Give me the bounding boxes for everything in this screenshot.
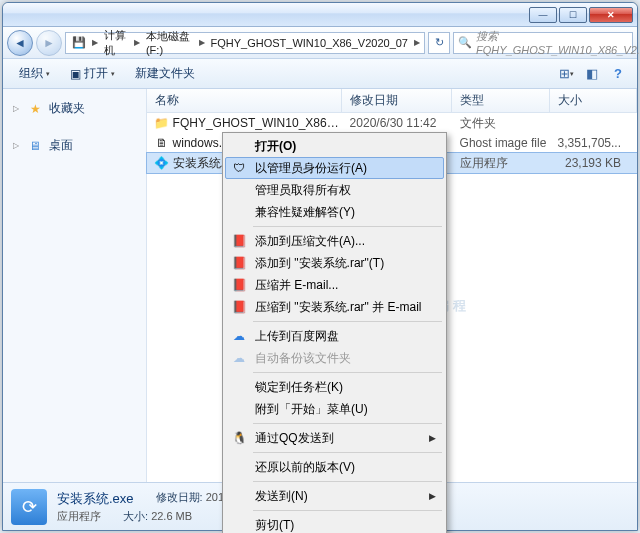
archive-icon: 📕 bbox=[231, 233, 247, 249]
breadcrumb-seg[interactable]: 计算机 bbox=[100, 28, 132, 58]
breadcrumb[interactable]: 💾 ▶ 计算机 ▶ 本地磁盘 (F:) ▶ FQHY_GHOST_WIN10_X… bbox=[65, 32, 425, 54]
ctx-upload-baidu[interactable]: ☁上传到百度网盘 bbox=[225, 325, 444, 347]
breadcrumb-seg[interactable]: FQHY_GHOST_WIN10_X86_V2020_07 bbox=[207, 37, 413, 49]
col-size[interactable]: 大小 bbox=[550, 89, 637, 112]
organize-button[interactable]: 组织▾ bbox=[11, 62, 58, 85]
file-name[interactable]: FQHY_GHOST_WIN10_X86_V2020_07 bbox=[171, 116, 342, 130]
ctx-zip-rar-email[interactable]: 📕压缩到 "安装系统.rar" 并 E-mail bbox=[225, 296, 444, 318]
column-headers: 名称 修改日期 类型 大小 bbox=[147, 89, 637, 113]
exe-icon: 💠 bbox=[153, 156, 171, 170]
refresh-button[interactable]: ↻ bbox=[428, 32, 450, 54]
chevron-down-icon: ▾ bbox=[46, 70, 50, 78]
close-button[interactable]: ✕ bbox=[589, 7, 633, 23]
qq-icon: 🐧 bbox=[231, 430, 247, 446]
desktop-icon: 🖥 bbox=[27, 138, 43, 154]
folder-icon: 📁 bbox=[153, 116, 171, 130]
file-type: 应用程序 bbox=[452, 155, 550, 172]
file-icon: 🗎 bbox=[153, 136, 171, 150]
file-type: Ghost image file bbox=[452, 136, 550, 150]
separator bbox=[253, 481, 442, 482]
nav-back-button[interactable]: ◄ bbox=[7, 30, 33, 56]
cloud-icon: ☁ bbox=[231, 328, 247, 344]
file-type: 文件夹 bbox=[452, 115, 550, 132]
details-filetype: 应用程序 bbox=[57, 509, 101, 524]
open-button[interactable]: ▣打开▾ bbox=[62, 62, 123, 85]
ctx-run-as-admin[interactable]: 🛡以管理员身份运行(A) bbox=[225, 157, 444, 179]
separator bbox=[253, 321, 442, 322]
minimize-button[interactable]: — bbox=[529, 7, 557, 23]
col-date[interactable]: 修改日期 bbox=[342, 89, 452, 112]
search-input[interactable]: 🔍 搜索 FQHY_GHOST_WIN10_X86_V2... bbox=[453, 32, 633, 54]
chevron-down-icon: ▾ bbox=[111, 70, 115, 78]
separator bbox=[253, 423, 442, 424]
ctx-add-rar[interactable]: 📕添加到 "安装系统.rar"(T) bbox=[225, 252, 444, 274]
ctx-qq-send[interactable]: 🐧通过QQ发送到▶ bbox=[225, 427, 444, 449]
toolbar: 组织▾ ▣打开▾ 新建文件夹 ⊞▾ ◧ ? bbox=[3, 59, 637, 89]
new-folder-button[interactable]: 新建文件夹 bbox=[127, 62, 203, 85]
sidebar: ▷ ★ 收藏夹 ▷ 🖥 桌面 bbox=[3, 89, 147, 482]
ctx-zip-email[interactable]: 📕压缩并 E-mail... bbox=[225, 274, 444, 296]
preview-pane-button[interactable]: ◧ bbox=[581, 64, 603, 84]
details-size: 22.6 MB bbox=[151, 510, 192, 522]
ctx-admin-ownership[interactable]: 管理员取得所有权 bbox=[225, 179, 444, 201]
separator bbox=[253, 226, 442, 227]
sidebar-desktop[interactable]: ▷ 🖥 桌面 bbox=[9, 134, 140, 157]
navbar: ◄ ► 💾 ▶ 计算机 ▶ 本地磁盘 (F:) ▶ FQHY_GHOST_WIN… bbox=[3, 27, 637, 59]
ctx-cut[interactable]: 剪切(T) bbox=[225, 514, 444, 533]
col-name[interactable]: 名称 bbox=[147, 89, 342, 112]
details-filename: 安装系统.exe bbox=[57, 490, 134, 508]
titlebar: — ☐ ✕ bbox=[3, 3, 637, 27]
view-mode-button[interactable]: ⊞▾ bbox=[555, 64, 577, 84]
search-placeholder: 搜索 FQHY_GHOST_WIN10_X86_V2... bbox=[476, 29, 640, 56]
ctx-open[interactable]: 打开(O) bbox=[225, 135, 444, 157]
sidebar-item-label: 桌面 bbox=[49, 137, 73, 154]
nav-forward-button[interactable]: ► bbox=[36, 30, 62, 56]
sidebar-favorites[interactable]: ▷ ★ 收藏夹 bbox=[9, 97, 140, 120]
chevron-right-icon: ▷ bbox=[13, 104, 21, 113]
breadcrumb-drive-icon[interactable]: 💾 bbox=[68, 36, 90, 49]
details-app-icon: ⟳ bbox=[11, 489, 47, 525]
ctx-pin-start[interactable]: 附到「开始」菜单(U) bbox=[225, 398, 444, 420]
breadcrumb-seg[interactable]: 本地磁盘 (F:) bbox=[142, 29, 197, 56]
help-button[interactable]: ? bbox=[607, 64, 629, 84]
file-row[interactable]: 📁 FQHY_GHOST_WIN10_X86_V2020_07 2020/6/3… bbox=[147, 113, 637, 133]
ctx-send-to[interactable]: 发送到(N)▶ bbox=[225, 485, 444, 507]
separator bbox=[253, 452, 442, 453]
context-menu: 打开(O) 🛡以管理员身份运行(A) 管理员取得所有权 兼容性疑难解答(Y) 📕… bbox=[222, 132, 447, 533]
chevron-right-icon: ▶ bbox=[429, 491, 436, 501]
ctx-auto-backup[interactable]: ☁自动备份该文件夹 bbox=[225, 347, 444, 369]
col-type[interactable]: 类型 bbox=[452, 89, 550, 112]
ctx-pin-taskbar[interactable]: 锁定到任务栏(K) bbox=[225, 376, 444, 398]
cloud-icon: ☁ bbox=[231, 350, 247, 366]
file-size: 23,193 KB bbox=[550, 156, 637, 170]
ctx-restore-prev[interactable]: 还原以前的版本(V) bbox=[225, 456, 444, 478]
star-icon: ★ bbox=[27, 101, 43, 117]
shield-icon: 🛡 bbox=[231, 160, 247, 176]
file-date: 2020/6/30 11:42 bbox=[342, 116, 452, 130]
sidebar-item-label: 收藏夹 bbox=[49, 100, 85, 117]
chevron-right-icon: ▶ bbox=[132, 38, 142, 47]
archive-icon: 📕 bbox=[231, 277, 247, 293]
chevron-right-icon: ▶ bbox=[197, 38, 207, 47]
chevron-right-icon: ▶ bbox=[412, 38, 422, 47]
chevron-right-icon: ▶ bbox=[429, 433, 436, 443]
archive-icon: 📕 bbox=[231, 255, 247, 271]
chevron-right-icon: ▶ bbox=[90, 38, 100, 47]
archive-icon: 📕 bbox=[231, 299, 247, 315]
chevron-right-icon: ▷ bbox=[13, 141, 21, 150]
maximize-button[interactable]: ☐ bbox=[559, 7, 587, 23]
search-icon: 🔍 bbox=[458, 36, 472, 49]
ctx-compat[interactable]: 兼容性疑难解答(Y) bbox=[225, 201, 444, 223]
separator bbox=[253, 372, 442, 373]
file-size: 3,351,705... bbox=[550, 136, 637, 150]
separator bbox=[253, 510, 442, 511]
ctx-add-archive[interactable]: 📕添加到压缩文件(A)... bbox=[225, 230, 444, 252]
